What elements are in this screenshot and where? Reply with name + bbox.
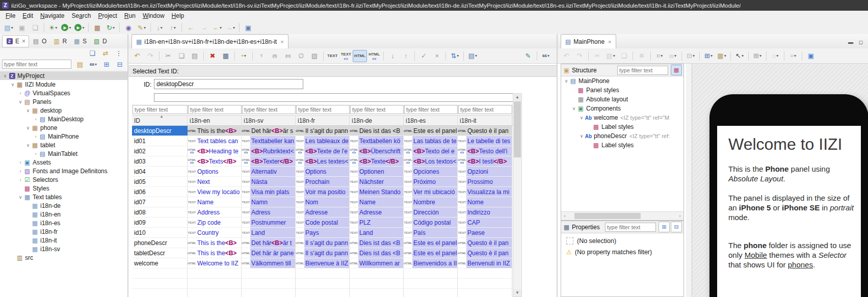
layout-menu-button[interactable]: ▤▾ — [466, 50, 479, 62]
cell-id10-i18n-de[interactable]: TEXTLand — [350, 228, 404, 237]
cell-id[interactable]: id08 — [132, 207, 188, 217]
expander-closed-icon[interactable]: › — [33, 151, 39, 156]
insert-tag-t-button[interactable]: {t} — [268, 50, 281, 62]
cell-id02-i18n-en[interactable]: HTML<><B>Heading te — [188, 146, 242, 156]
cell-id[interactable]: id06 — [132, 187, 188, 197]
view-tab-s[interactable]: ▦S — [70, 36, 90, 47]
cell-id08-i18n-it[interactable]: TEXTIndirizzo — [458, 207, 512, 217]
table-row-id07[interactable]: id07TEXTNameTEXTNamnTEXTNomTEXTNameTEXTN… — [132, 197, 513, 207]
cell-id04-i18n-de[interactable]: TEXTOptionen — [350, 167, 404, 176]
refresh-module-button[interactable]: ↻▾ — [104, 21, 117, 34]
cell-id04-i18n-en[interactable]: TEXTOptions — [188, 167, 242, 176]
cell-tabletdescr-i18n-es[interactable]: HTMLEste es el panel — [404, 248, 458, 258]
cell-id05-i18n-es[interactable]: TEXTPróximo — [404, 177, 458, 186]
editor-tab-text-tables[interactable]: ▦ i18n-en+i18n-sv+i18n-fr+i18n-de+i18n-e… — [131, 34, 288, 48]
column-header-i18n-de[interactable]: i18n-de — [350, 116, 404, 125]
cancel-edit-button[interactable]: × — [430, 50, 443, 62]
cell-id04-i18n-sv[interactable]: TEXTAlternativ — [242, 167, 296, 176]
cell-id04-i18n-it[interactable]: TEXTOpzioni — [458, 167, 512, 176]
expander-open-icon[interactable]: ∨ — [578, 115, 585, 120]
cell-phonedescr-i18n-it[interactable]: HTMLQuesto è il pan — [458, 238, 512, 248]
cell-id[interactable]: id01 — [132, 136, 188, 146]
project-tree-item-virtualspaces[interactable]: ›@VirtualSpaces — [0, 89, 127, 97]
cell-id09-i18n-fr[interactable]: TEXTCode postal — [296, 218, 350, 227]
cell-id04-i18n-es[interactable]: TEXTOpciones — [404, 167, 458, 176]
run-secure-button[interactable]: ▶▾ — [73, 21, 86, 34]
cell-id06-i18n-en[interactable]: TEXTView my locatio — [188, 187, 242, 197]
new-button[interactable]: ▤▾ — [2, 21, 15, 34]
project-tree-item-maintablet[interactable]: ›▤MainTablet — [0, 149, 127, 158]
table-row-tabletdescr[interactable]: tabletDescrHTMLThis is the <B>HTMLDet hä… — [132, 248, 513, 258]
cell-id06-i18n-it[interactable]: TEXTVisualizza la mi — [458, 187, 512, 197]
clear-format-button[interactable]: ∅ — [295, 50, 308, 62]
move-down-button[interactable]: ↓ — [386, 50, 399, 62]
column-filter-input-id[interactable] — [133, 105, 188, 114]
structure-tree-item-phonedescr[interactable]: ∨AbphoneDescr<IZ type="tt" ref: — [561, 131, 683, 141]
undo-button[interactable]: ↶ — [130, 50, 144, 62]
cell-desktopdescr-i18n-sv[interactable]: HTMLDet här <B>är s — [242, 126, 296, 136]
cell-phonedescr-i18n-en[interactable]: HTMLThis is the <B> — [188, 238, 242, 248]
mode-html-source-button[interactable]: HTML<> — [367, 50, 381, 62]
structure-filter-input[interactable] — [617, 66, 668, 75]
column-filter-input-i18n-sv[interactable] — [242, 105, 296, 114]
cell-id[interactable]: id02 — [132, 146, 188, 156]
mode-html-button[interactable]: HTML — [353, 50, 367, 62]
table-row-id04[interactable]: id04TEXTOptionsTEXTAlternativTEXTOptions… — [132, 167, 513, 177]
paste-into-button[interactable]: ❏ — [617, 50, 630, 62]
cell-id07-i18n-en[interactable]: TEXTName — [188, 197, 242, 207]
cell-id[interactable]: desktopDescr — [132, 126, 188, 136]
cell-id01-i18n-es[interactable]: TEXTLas tablas de te — [404, 136, 458, 146]
cell-id08-i18n-es[interactable]: TEXTDirección — [404, 207, 458, 217]
cell-id05-i18n-fr[interactable]: TEXTProchain — [296, 177, 350, 186]
text-id-input[interactable] — [154, 79, 303, 89]
table-row-id10[interactable]: id10TEXTCountryTEXTLandTEXTPaysTEXTLandT… — [132, 228, 513, 238]
expander-open-icon[interactable]: ∨ — [17, 195, 23, 200]
project-tree-item-text-tables[interactable]: ∨▦Text tables — [0, 193, 127, 201]
cell-tabletdescr-i18n-sv[interactable]: HTMLDet här är pane — [242, 248, 296, 258]
paste-button[interactable]: ▤▾ — [604, 50, 617, 62]
project-tree-item-selectors[interactable]: ›☑Selectors — [0, 175, 127, 184]
back-button[interactable]: ←▾ — [211, 21, 224, 34]
cell-id08-i18n-de[interactable]: TEXTAdresse — [350, 207, 404, 217]
cell-id06-i18n-sv[interactable]: TEXTVisa min plats — [242, 187, 296, 197]
cell-id09-i18n-it[interactable]: TEXTCAP — [458, 218, 512, 227]
expander-open-icon[interactable]: ∨ — [571, 106, 577, 111]
cell-id03-i18n-sv[interactable]: HTML<><B>Texter</B> — [242, 156, 296, 166]
effects-button[interactable]: ≈▾ — [786, 50, 800, 62]
cell-id02-i18n-it[interactable]: HTML<><B>Testo dell'i — [458, 146, 512, 156]
cell-id06-i18n-de[interactable]: TEXTMeinen Stando — [350, 187, 404, 197]
cell-welcome-i18n-fr[interactable]: HTMLBienvenue à IIZ — [296, 258, 350, 268]
structure-tree-item-mainphone[interactable]: ∨▤MainPhone — [561, 76, 683, 86]
cell-id07-i18n-it[interactable]: TEXTNome — [458, 197, 512, 207]
debug-button[interactable]: ☀▾ — [46, 21, 60, 34]
cell-id[interactable]: phoneDescr — [132, 238, 188, 248]
iizi-module-button[interactable]: ▦ — [91, 21, 104, 34]
select-area-button[interactable]: ◌▾ — [769, 50, 782, 62]
cell-id01-i18n-en[interactable]: TEXTText tables can — [188, 136, 242, 146]
project-tree-item-fonts-and-image-definitons[interactable]: ›▨Fonts and Image Definitons — [0, 167, 127, 175]
column-filter-input-i18n-it[interactable] — [458, 105, 512, 114]
forward-button[interactable]: →▾ — [224, 21, 237, 34]
scroll-left-icon[interactable]: ‹ — [561, 213, 568, 219]
cell-id[interactable]: id10 — [132, 228, 188, 237]
table-row-phonedescr[interactable]: phoneDescrHTMLThis is the <B>HTMLDet här… — [132, 238, 513, 248]
cell-desktopdescr-i18n-it[interactable]: HTMLQuesto è il pan — [458, 126, 512, 136]
cell-id03-i18n-de[interactable]: HTML<><B>Texte</B> — [350, 156, 404, 166]
cell-id02-i18n-es[interactable]: HTML<><B>Texto del e — [404, 146, 458, 156]
cell-id07-i18n-fr[interactable]: TEXTNom — [296, 197, 350, 207]
cell-id10-i18n-sv[interactable]: TEXTLand — [242, 228, 296, 237]
expander-open-icon[interactable]: ∨ — [2, 73, 8, 78]
undo-button[interactable]: ↶ — [560, 50, 573, 62]
cell-id10-i18n-en[interactable]: TEXTCountry — [188, 228, 242, 237]
show-styles-button[interactable]: ▩ — [671, 65, 682, 75]
cell-id07-i18n-es[interactable]: TEXTNombre — [404, 197, 458, 207]
view-tab-d[interactable]: ▧D — [90, 36, 110, 47]
show-references-button[interactable]: 66▾ — [87, 58, 100, 70]
run-button[interactable]: ▶▾ — [60, 21, 73, 34]
cell-id03-i18n-en[interactable]: HTML<><B>Texts</B> — [188, 156, 242, 166]
cell-id03-i18n-it[interactable]: HTML<><B>I testi</B> — [458, 156, 512, 166]
cell-id02-i18n-fr[interactable]: HTML<><B>Texte de l'e — [296, 146, 350, 156]
format-font-button[interactable]: T — [255, 50, 268, 62]
expand-all-button[interactable]: ⊞ — [659, 222, 670, 232]
open-virtualspace-button[interactable]: ◉ — [122, 21, 135, 34]
